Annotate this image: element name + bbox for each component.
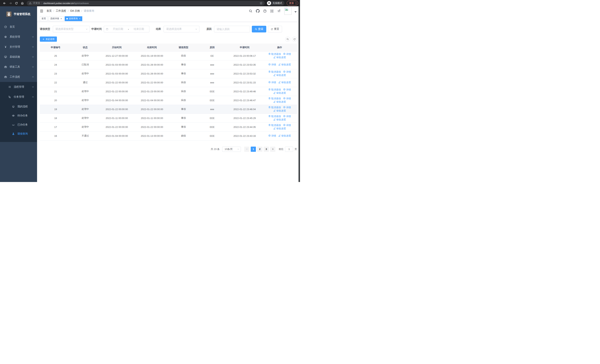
browser-reload-icon[interactable] [14,0,19,6]
cancel-action-link[interactable]: 取消请假 [268,70,281,74]
reset-button[interactable]: 重置 [268,26,282,32]
help-icon[interactable] [263,9,267,13]
refresh-table-button[interactable] [292,37,297,42]
cell-id: 20 [40,96,71,105]
search-button[interactable]: 搜索 [252,26,266,32]
avatar[interactable] [284,7,292,15]
cell-end: 2022-01-13 00:00:00 [134,131,169,140]
reason-input[interactable] [214,26,250,32]
toolbox-icon [4,65,7,68]
detail-action-link[interactable]: 详情 [283,106,291,109]
cancel-action-link[interactable]: 取消请假 [268,52,281,56]
goto-page-input[interactable] [285,147,293,152]
tab-流程详情[interactable]: 流程详情 [48,16,64,21]
page-button-1[interactable]: 1 [251,147,256,152]
sidebar-collapse-icon[interactable] [40,9,43,13]
chevron-down-icon [32,56,34,58]
bookmark-star-icon[interactable] [260,2,262,5]
breadcrumb-item[interactable]: 工作流程 [56,9,66,13]
leave-type-select[interactable]: 请选择请假类型 [53,26,90,32]
eye-icon [283,115,286,118]
page-button-3[interactable]: 3 [264,147,269,152]
sidebar-item-系统管理[interactable]: 系统管理 [0,32,37,42]
sidebar-item-基础设施[interactable]: 基础设施 [0,52,37,62]
sidebar-item-工作流程[interactable]: 工作流程 [0,72,37,82]
breadcrumb-item[interactable]: 首页 [47,9,52,13]
sidebar-item-我的流程[interactable]: 我的流程 [0,102,37,111]
page-size-select[interactable]: 10条/页 [222,147,241,152]
navbar: 首页/工作流程/OA 示例/请假查询 [37,6,300,16]
chevron-down-icon [237,148,239,150]
sidebar-item-待办任务[interactable]: 待办任务 [0,111,37,120]
cancel-action-link[interactable]: 取消请假 [268,97,281,100]
cell-reason: eee [197,78,227,87]
browser-menu-icon[interactable] [296,2,296,4]
browser-home-icon[interactable] [20,0,25,6]
browser-back-icon[interactable] [2,0,7,6]
progress-action-link[interactable]: 审批进度 [278,81,291,84]
sidebar-item-研发工具[interactable]: 研发工具 [0,62,37,72]
browser-update-button[interactable]: 更新 [287,1,298,6]
cell-status: 已取消 [71,60,99,69]
detail-action-link[interactable]: 详情 [283,70,291,74]
progress-action-link[interactable]: 审批进度 [273,118,286,121]
cancel-action-link[interactable]: 取消请假 [268,124,281,127]
fullscreen-icon[interactable] [270,9,274,13]
sidebar-item-流程管理[interactable]: 流程管理 [0,82,37,92]
sidebar-item-已办任务[interactable]: 已办任务 [0,120,37,129]
breadcrumb-item[interactable]: OA 示例 [70,9,80,13]
chevron-down-icon [195,28,197,30]
tab-close-icon[interactable] [60,18,62,19]
progress-action-link[interactable]: 审批进度 [278,63,291,66]
cancel-action-link[interactable]: 取消请假 [268,106,281,109]
progress-action-link[interactable]: 审批进度 [273,91,286,95]
sidebar: 芋道管理系统 首页系统管理支付管理基础设施研发工具工作流程流程管理任务管理我的流… [0,6,37,182]
show-search-toggle-button[interactable] [285,37,290,42]
tags-view: 首页流程详情请假查询 [37,16,300,22]
detail-action-link[interactable]: 详情 [283,88,291,91]
sidebar-item-任务管理[interactable]: 任务管理 [0,92,37,102]
tab-请假查询[interactable]: 请假查询 [65,16,82,21]
font-size-icon[interactable] [277,9,281,13]
browser-scrollbar[interactable] [299,6,300,182]
sidebar-item-首页[interactable]: 首页 [0,22,37,32]
cancel-action-link[interactable]: 取消请假 [268,88,281,91]
progress-action-link[interactable]: 审批进度 [273,74,286,77]
sidebar-item-请假查询[interactable]: 请假查询 [0,129,37,138]
page-button-2[interactable]: 2 [257,147,262,152]
tab-close-icon[interactable] [79,18,81,19]
detail-action-link[interactable]: 详情 [283,124,291,127]
result-label: 结果 [156,28,161,31]
cancel-action-link[interactable]: 取消请假 [268,115,281,118]
apply-time-range-picker[interactable]: 开始日期 - 结束日期 [104,26,149,32]
avatar-caret-icon[interactable] [294,11,297,13]
github-icon[interactable] [256,9,260,13]
detail-action-link[interactable]: 详情 [268,81,276,84]
pen-icon [273,127,276,130]
detail-action-link[interactable]: 详情 [283,52,291,56]
progress-action-link[interactable]: 审批进度 [273,109,286,112]
create-leave-button[interactable]: 发起请假 [40,37,57,42]
header-search-icon[interactable] [249,9,252,13]
detail-action-link[interactable]: 详情 [283,115,291,118]
progress-action-link[interactable]: 审批进度 [273,100,286,104]
progress-action-link[interactable]: 审批进度 [278,134,291,138]
detail-action-link[interactable]: 详情 [283,97,291,100]
result-select[interactable]: 请选择流结果 [164,26,199,32]
prev-page-button[interactable] [244,147,249,152]
tab-首页[interactable]: 首页 [40,16,48,21]
progress-action-link[interactable]: 审批进度 [273,56,286,59]
sidebar-submenu: 流程管理任务管理我的流程待办任务已办任务请假查询 [0,82,37,142]
pen-icon [273,109,276,112]
next-page-button[interactable] [270,147,275,152]
detail-action-link[interactable]: 详情 [268,134,276,138]
not-secure-warning-icon[interactable] [29,2,31,4]
detail-action-link[interactable]: 详情 [268,63,276,66]
app-logo-row[interactable]: 芋道管理系统 [0,6,37,22]
address-bar[interactable]: 不安全 dashboard.yudao.iocoder.cn/bpm/oa/le… [27,1,265,6]
table-row: 17处理中2022-01-22 00:00:002022-01-22 00:00… [40,122,297,131]
sidebar-item-支付管理[interactable]: 支付管理 [0,42,37,52]
browser-forward-icon[interactable] [8,0,13,6]
progress-action-link[interactable]: 审批进度 [273,127,286,130]
trash-icon [268,124,271,127]
